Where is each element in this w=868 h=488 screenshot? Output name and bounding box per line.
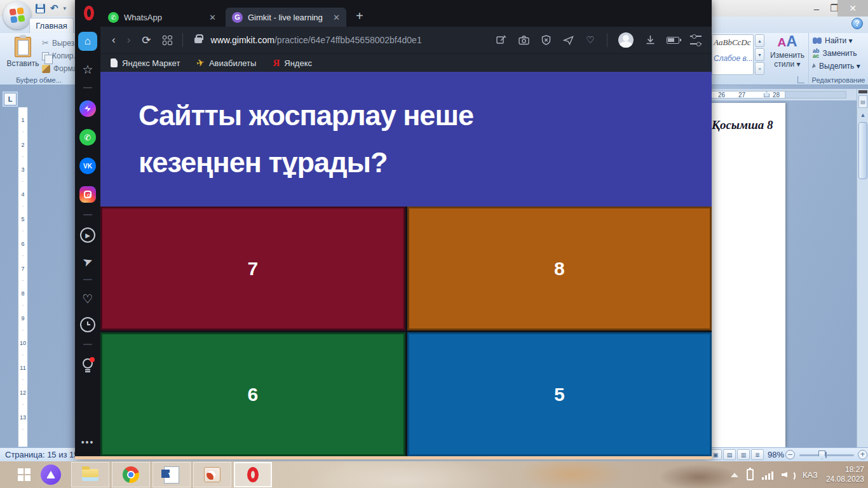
reload-icon[interactable]: ⟳ — [142, 34, 151, 47]
speed-dial-icon[interactable] — [163, 36, 172, 45]
zoom-slider-handle[interactable] — [818, 451, 825, 459]
question-panel: Сайтты жоспарлау неше кезеңнен тұрады? — [100, 72, 712, 207]
styles-gallery[interactable]: AaBbCcDc Слабое в... — [712, 34, 754, 75]
view-mode-buttons[interactable]: ▣▤▥≣ — [709, 449, 764, 460]
favorites-heart-icon[interactable]: ♡ — [82, 293, 93, 305]
answer-tile-8[interactable]: 8 — [407, 207, 712, 330]
opera-logo-icon[interactable] — [84, 6, 94, 20]
document-page[interactable]: Қосымша 8 — [704, 103, 785, 447]
ruler-number: 10 — [18, 330, 27, 355]
ruler-number: 7 — [18, 256, 27, 281]
close-button[interactable]: ✕ — [837, 0, 868, 17]
save-icon[interactable] — [36, 4, 45, 13]
page-indicator[interactable]: Страница: 15 из 15 — [5, 450, 79, 459]
style-preview[interactable]: Слабое в... — [714, 54, 752, 63]
adblock-shield-icon[interactable] — [540, 34, 552, 46]
back-icon[interactable]: ‹ — [112, 34, 116, 46]
binoculars-icon — [813, 37, 822, 44]
answer-tile-6[interactable]: 6 — [100, 332, 405, 456]
messenger-icon[interactable] — [79, 100, 96, 117]
easy-setup-icon[interactable] — [690, 36, 702, 44]
hidden-icons-arrow[interactable] — [731, 473, 738, 477]
zoom-out-button[interactable]: – — [785, 450, 795, 459]
select-button[interactable]: Выделить ▾ — [813, 62, 868, 71]
clock[interactable]: 18:27 24.08.2023 — [826, 465, 864, 484]
styles-gallery-scroll[interactable]: ▲▼≡ — [755, 34, 764, 75]
gimkit-page: Сайтты жоспарлау неше кезеңнен тұрады? 7… — [100, 72, 712, 456]
alice-assistant-button[interactable] — [41, 464, 61, 485]
lock-icon[interactable] — [194, 37, 202, 43]
office-button[interactable] — [3, 1, 31, 29]
zoom-slider-track[interactable] — [799, 454, 854, 456]
zoom-level[interactable]: 98% — [768, 450, 784, 459]
word-taskbar-button[interactable]: W — [153, 462, 191, 487]
whatsapp-sidebar-icon[interactable]: ✆ — [79, 129, 96, 146]
tab-close-icon[interactable]: ✕ — [333, 13, 340, 22]
opera-window-edge — [75, 456, 712, 459]
url-field[interactable]: www.gimkit.com/practice/64e74ffbb4565800… — [211, 35, 422, 45]
replace-button[interactable]: abacЗаменить — [813, 48, 868, 58]
scrollbar-thumb[interactable] — [858, 122, 867, 179]
answer-tile-5[interactable]: 5 — [407, 332, 712, 456]
tab-stop-selector[interactable]: L — [4, 93, 17, 105]
forward-icon[interactable]: › — [127, 34, 131, 46]
send-to-device-icon[interactable] — [562, 34, 574, 46]
ruler-number: 2 — [18, 132, 27, 157]
network-signal-icon[interactable] — [762, 470, 773, 480]
battery-saver-icon[interactable] — [667, 37, 679, 44]
bookmark-aviabilety[interactable]: ✈ Авиабилеты — [196, 57, 256, 69]
undo-dropdown-icon[interactable]: ▾ — [64, 5, 67, 11]
snapshot-camera-icon[interactable] — [518, 34, 529, 46]
player-icon[interactable]: ▶ — [80, 227, 95, 243]
notification-dot — [90, 357, 95, 362]
send-paperplane-icon[interactable]: ➤ — [81, 254, 94, 269]
opera-sidebar: ⌂ ☆ ✆ VK ▶ ➤ ♡ ••• — [75, 27, 100, 456]
bookmark-yandex-market[interactable]: Яндекс Маркет — [111, 58, 180, 68]
browse-object-icon[interactable]: ▤ — [858, 95, 867, 108]
bookmark-yandex[interactable]: Я Яндекс — [273, 58, 312, 69]
tab-whatsapp[interactable]: ✆ WhatsApp ✕ — [102, 8, 222, 27]
tab-close-icon[interactable]: ✕ — [209, 13, 216, 22]
change-styles-button[interactable]: AA Изменитьстили ▾ — [768, 33, 807, 78]
file-explorer-button[interactable] — [71, 462, 109, 487]
separator — [607, 33, 607, 47]
language-indicator[interactable]: КАЗ — [803, 470, 818, 480]
vk-icon[interactable]: VK — [79, 158, 96, 174]
editing-group: Найти ▾ abacЗаменить Выделить ▾ Редактир… — [808, 33, 868, 85]
volume-icon[interactable] — [782, 470, 794, 480]
paste-button[interactable]: Вставить — [6, 37, 39, 74]
split-handle[interactable] — [858, 90, 867, 93]
history-clock-icon[interactable] — [80, 317, 95, 332]
find-button[interactable]: Найти ▾ — [813, 36, 868, 45]
bookmarks-star-icon[interactable]: ☆ — [82, 64, 93, 76]
answer-tile-7[interactable]: 7 — [100, 207, 405, 330]
chrome-button[interactable] — [112, 462, 150, 487]
question-text: Сайтты жоспарлау неше кезеңнен тұрады? — [139, 92, 596, 187]
alice-icon — [46, 471, 55, 478]
sidebar-more-icon[interactable]: ••• — [81, 437, 95, 447]
tab-home[interactable]: Главная — [29, 18, 74, 33]
windows-logo-icon — [18, 468, 31, 481]
tab-gimkit[interactable]: G Gimkit - live learning game ✕ — [226, 8, 346, 27]
start-button[interactable] — [9, 461, 39, 488]
instagram-icon[interactable] — [79, 186, 96, 203]
zoom-in-button[interactable]: + — [858, 450, 867, 459]
bookmark-heart-icon[interactable]: ♡ — [585, 34, 596, 46]
powerpoint-button[interactable] — [193, 462, 231, 487]
help-button[interactable]: ? — [851, 18, 863, 29]
dialog-launcher-icon[interactable] — [797, 76, 804, 83]
new-tab-button[interactable]: + — [356, 9, 363, 24]
opera-taskbar-button[interactable] — [234, 462, 272, 487]
home-icon[interactable]: ⌂ — [78, 32, 97, 51]
tips-lightbulb-icon[interactable] — [80, 357, 95, 374]
downloads-icon[interactable] — [644, 34, 656, 46]
undo-icon[interactable]: ↶ — [50, 3, 58, 14]
vertical-scrollbar[interactable]: ▤ ▲ — [857, 89, 868, 447]
style-preview[interactable]: AaBbCcDc — [714, 37, 752, 48]
profile-avatar[interactable] — [618, 32, 634, 48]
ruler-number: 3 — [18, 157, 27, 182]
scroll-up-icon[interactable]: ▲ — [858, 111, 867, 119]
edit-page-icon[interactable] — [496, 34, 507, 46]
battery-tray-icon[interactable] — [747, 469, 754, 480]
brush-icon — [42, 65, 50, 73]
